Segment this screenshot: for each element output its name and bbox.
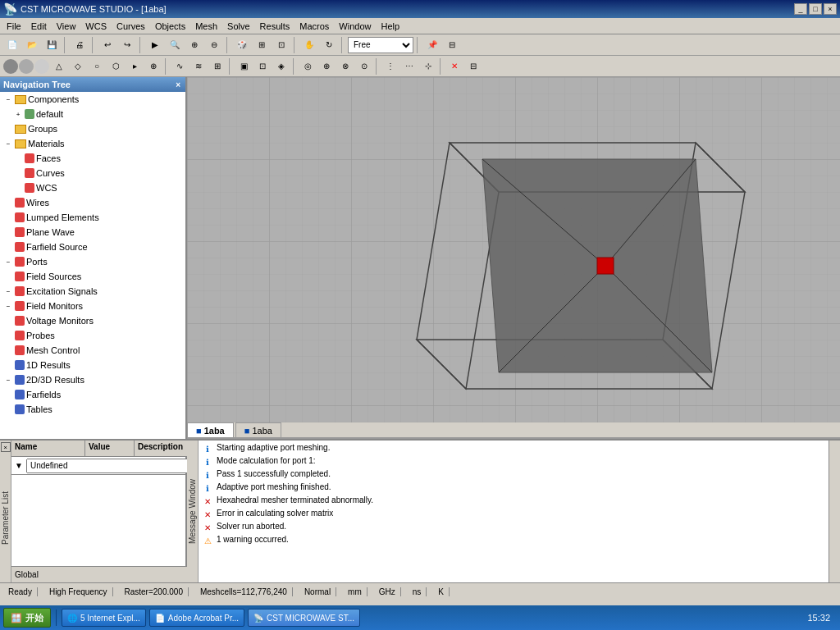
tb2-btn18[interactable]: ⊗	[336, 57, 354, 75]
expand-wcs-item[interactable]	[13, 183, 23, 193]
tree-item-farfield[interactable]: Farfield Source	[0, 240, 185, 254]
expand-ports[interactable]: −	[3, 257, 13, 267]
tree-item-ports[interactable]: − Ports	[0, 254, 185, 269]
expand-farfields[interactable]	[3, 390, 13, 399]
msg-scrollbar[interactable]	[829, 441, 840, 582]
tree-item-default[interactable]: + default	[0, 107, 185, 121]
tree-item-faces[interactable]: Faces	[0, 151, 185, 166]
tb2-btn21[interactable]: ⋯	[400, 57, 418, 75]
tb2-btn10[interactable]: ∿	[171, 57, 189, 75]
tb2-btn3[interactable]	[34, 59, 49, 74]
tree-item-wcs[interactable]: WCS	[0, 180, 185, 195]
nav-close-button[interactable]: ×	[174, 80, 182, 89]
tb2-btn24[interactable]: ⊟	[464, 57, 482, 75]
tree-item-fieldmonitors[interactable]: − Field Monitors	[0, 299, 185, 313]
expand-groups[interactable]	[3, 124, 13, 134]
tb2-btn16[interactable]: ◎	[299, 57, 317, 75]
expand-lumped[interactable]	[3, 212, 13, 222]
expand-curves[interactable]	[13, 168, 23, 178]
tb2-btn9[interactable]: ⊕	[144, 57, 162, 75]
expand-1dresults[interactable]	[3, 360, 13, 370]
taskbar-btn-acrobat[interactable]: 📄 Adobe Acrobat Pr...	[149, 609, 244, 627]
open-button[interactable]: 📂	[23, 36, 41, 54]
maximize-button[interactable]: □	[809, 3, 822, 15]
expand-tables[interactable]	[3, 404, 13, 414]
menu-window[interactable]: Window	[334, 20, 376, 33]
tb2-btn2[interactable]	[19, 59, 34, 74]
menu-help[interactable]: Help	[376, 20, 404, 33]
param-close-button[interactable]: ×	[1, 442, 11, 452]
rotate-button[interactable]: ↻	[320, 36, 338, 54]
menu-curves[interactable]: Curves	[112, 20, 150, 33]
snap-button[interactable]: 📌	[423, 36, 441, 54]
expand-wires[interactable]	[3, 198, 13, 208]
taskbar-btn-ie[interactable]: 🌐 5 Internet Expl...	[62, 609, 146, 627]
tb2-btn22[interactable]: ⊹	[419, 57, 437, 75]
select-button[interactable]: ▶	[146, 36, 164, 54]
zoom-button[interactable]: 🔍	[166, 36, 184, 54]
expand-components[interactable]: −	[3, 94, 13, 104]
expand-planewave[interactable]	[3, 227, 13, 237]
tree-item-farfields[interactable]: Farfields	[0, 387, 185, 402]
tree-item-planewave[interactable]: Plane Wave	[0, 225, 185, 240]
save-button[interactable]: 💾	[43, 36, 61, 54]
tb2-btn23[interactable]: ✕	[445, 57, 463, 75]
tb2-btn11[interactable]: ≋	[189, 57, 208, 75]
tree-item-meshcontrol[interactable]: Mesh Control	[0, 343, 185, 358]
view-combo[interactable]: Free	[348, 37, 413, 53]
tb2-btn1[interactable]	[3, 59, 18, 74]
expand-fieldsources[interactable]	[3, 272, 13, 281]
menu-file[interactable]: File	[2, 20, 26, 33]
window-controls[interactable]: _ □ ×	[794, 3, 837, 15]
tb2-btn4[interactable]: △	[50, 57, 68, 75]
view3d-button[interactable]: 🎲	[233, 36, 251, 54]
pan-button[interactable]: ✋	[300, 36, 318, 54]
close-button[interactable]: ×	[824, 3, 837, 15]
tb2-btn13[interactable]: ▣	[235, 57, 253, 75]
tree-item-wires[interactable]: Wires	[0, 195, 185, 210]
zoom-out-button[interactable]: ⊖	[205, 36, 223, 54]
tb2-btn8[interactable]: ▸	[126, 57, 144, 75]
expand-faces[interactable]	[13, 153, 23, 163]
viewxy-button[interactable]: ⊞	[253, 36, 271, 54]
tree-item-2d3dresults[interactable]: − 2D/3D Results	[0, 372, 185, 387]
tree-item-materials[interactable]: − Materials	[0, 136, 185, 151]
tree-item-components[interactable]: − Components	[0, 92, 185, 107]
expand-2d3dresults[interactable]: −	[3, 375, 13, 385]
zoom-in-button[interactable]: ⊕	[185, 36, 203, 54]
menu-view[interactable]: View	[52, 20, 81, 33]
expand-default[interactable]: +	[13, 109, 23, 119]
menu-solve[interactable]: Solve	[222, 20, 255, 33]
tree-item-lumped[interactable]: Lumped Elements	[0, 210, 185, 225]
expand-excitation[interactable]: −	[3, 286, 13, 296]
expand-meshcontrol[interactable]	[3, 345, 13, 355]
tb2-btn6[interactable]: ○	[88, 57, 106, 75]
tb2-btn12[interactable]: ⊞	[208, 57, 226, 75]
3d-viewport[interactable]: X Y Z	[187, 77, 840, 422]
expand-probes[interactable]	[3, 331, 13, 340]
tree-item-voltage[interactable]: Voltage Monitors	[0, 313, 185, 328]
tab-1aba-1[interactable]: ■ 1aba	[187, 422, 234, 437]
print-button[interactable]: 🖨	[71, 36, 89, 54]
tab-1aba-2[interactable]: ■ 1aba	[235, 422, 281, 437]
grid-button[interactable]: ⊟	[443, 36, 461, 54]
tree-item-fieldsources[interactable]: Field Sources	[0, 269, 185, 284]
tb2-btn5[interactable]: ◇	[69, 57, 87, 75]
menu-macros[interactable]: Macros	[294, 20, 334, 33]
new-button[interactable]: 📄	[3, 36, 21, 54]
menu-edit[interactable]: Edit	[26, 20, 52, 33]
menu-mesh[interactable]: Mesh	[190, 20, 222, 33]
taskbar-btn-cst[interactable]: 📡 CST MICROWAVE ST...	[248, 609, 360, 627]
undo-button[interactable]: ↩	[98, 36, 116, 54]
viewyz-button[interactable]: ⊡	[272, 36, 290, 54]
tree-item-groups[interactable]: Groups	[0, 121, 185, 136]
tree-item-curves[interactable]: Curves	[0, 166, 185, 180]
redo-button[interactable]: ↪	[118, 36, 136, 54]
tb2-btn17[interactable]: ⊕	[317, 57, 336, 75]
menu-wcs[interactable]: WCS	[80, 20, 112, 33]
tree-item-1dresults[interactable]: 1D Results	[0, 358, 185, 372]
start-button[interactable]: 🪟 开始	[3, 608, 51, 628]
tree-item-tables[interactable]: Tables	[0, 402, 185, 417]
tb2-btn15[interactable]: ◈	[272, 57, 290, 75]
tb2-btn7[interactable]: ⬡	[107, 57, 125, 75]
